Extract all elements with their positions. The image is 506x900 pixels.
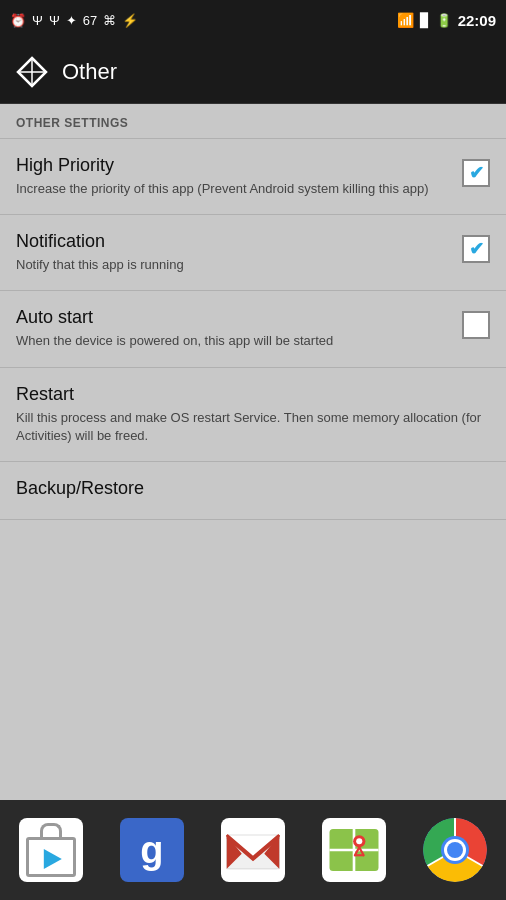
restart-title: Restart (16, 384, 490, 405)
auto-start-title: Auto start (16, 307, 446, 328)
play-store-icon (19, 818, 83, 882)
status-left-icons: ⏰ Ψ Ψ ✦ 67 ⌘ ⚡ (10, 13, 138, 28)
section-header: OTHER SETTINGS (0, 104, 506, 139)
maps-button[interactable] (314, 810, 394, 890)
number-67: 67 (83, 13, 97, 28)
settings-list: OTHER SETTINGS High Priority Increase th… (0, 104, 506, 520)
usb-icon-2: Ψ (49, 13, 60, 28)
gmail-button[interactable] (213, 810, 293, 890)
page-title: Other (62, 59, 117, 85)
restart-desc: Kill this process and make OS restart Se… (16, 409, 490, 445)
usb-icon-1: Ψ (32, 13, 43, 28)
maps-icon (322, 818, 386, 882)
high-priority-checkbox[interactable] (462, 159, 490, 187)
auto-start-item[interactable]: Auto start When the device is powered on… (0, 291, 506, 367)
notification-item[interactable]: Notification Notify that this app is run… (0, 215, 506, 291)
restart-item[interactable]: Restart Kill this process and make OS re… (0, 368, 506, 462)
high-priority-item[interactable]: High Priority Increase the priority of t… (0, 139, 506, 215)
alarm-icon: ⏰ (10, 13, 26, 28)
gmail-icon (221, 818, 285, 882)
status-bar: ⏰ Ψ Ψ ✦ 67 ⌘ ⚡ 📶 ▊ 🔋 22:09 (0, 0, 506, 40)
auto-start-content: Auto start When the device is powered on… (16, 307, 462, 350)
chrome-icon (423, 818, 487, 882)
notification-icon: ✦ (66, 13, 77, 28)
svg-point-9 (356, 838, 362, 844)
clock: 22:09 (458, 12, 496, 29)
backup-restore-item[interactable]: Backup/Restore (0, 462, 506, 520)
high-priority-title: High Priority (16, 155, 446, 176)
signal-icon: ▊ (420, 13, 430, 28)
play-store-button[interactable] (11, 810, 91, 890)
wifi-icon: 📶 (397, 12, 414, 28)
backup-restore-title: Backup/Restore (16, 478, 490, 499)
app-bar-icon (16, 56, 48, 88)
notification-title: Notification (16, 231, 446, 252)
google-icon: g (120, 818, 184, 882)
chrome-button[interactable] (415, 810, 495, 890)
app-bar: Other (0, 40, 506, 104)
notification-checkbox[interactable] (462, 235, 490, 263)
flash-icon: ⚡ (122, 13, 138, 28)
auto-start-desc: When the device is powered on, this app … (16, 332, 446, 350)
battery-icon: 🔋 (436, 13, 452, 28)
link-icon: ⌘ (103, 13, 116, 28)
high-priority-desc: Increase the priority of this app (Preve… (16, 180, 446, 198)
status-right-icons: 📶 ▊ 🔋 22:09 (397, 12, 496, 29)
notification-desc: Notify that this app is running (16, 256, 446, 274)
auto-start-checkbox[interactable] (462, 311, 490, 339)
bottom-nav: g (0, 800, 506, 900)
svg-point-16 (447, 842, 463, 858)
google-search-button[interactable]: g (112, 810, 192, 890)
high-priority-content: High Priority Increase the priority of t… (16, 155, 462, 198)
notification-content: Notification Notify that this app is run… (16, 231, 462, 274)
